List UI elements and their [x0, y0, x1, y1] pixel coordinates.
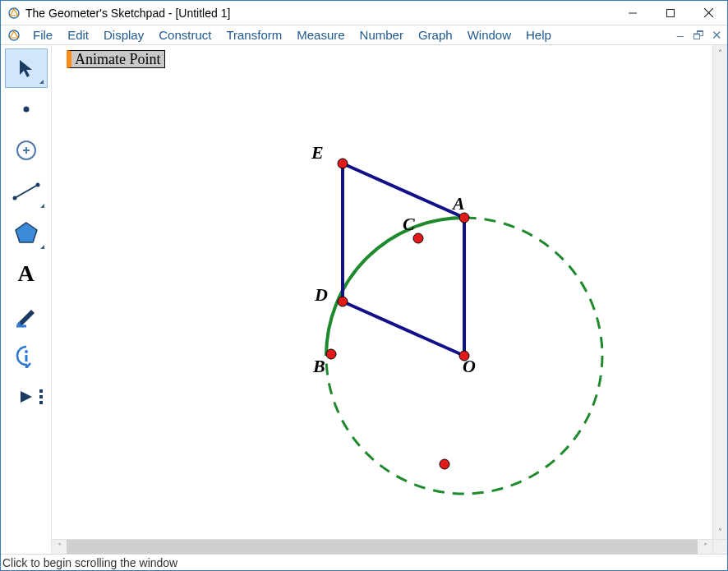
menu-display[interactable]: Display — [96, 26, 151, 44]
statusbar: Click to begin scrolling the window — [1, 554, 727, 570]
canvas-viewport: Animate Point E A C D B O ˄ ˅ ˂ — [52, 45, 727, 554]
svg-point-12 — [35, 183, 39, 187]
window-title: The Geometer's Sketchpad - [Untitled 1] — [25, 7, 614, 20]
svg-point-26 — [338, 297, 348, 306]
custom-tool[interactable] — [5, 377, 48, 417]
text-tool[interactable]: A — [5, 254, 48, 293]
scroll-left-arrow-icon[interactable]: ˂ — [52, 540, 67, 554]
menu-graph[interactable]: Graph — [411, 26, 460, 44]
compass-tool[interactable] — [5, 131, 48, 170]
close-button[interactable] — [689, 1, 727, 25]
svg-point-6 — [23, 107, 29, 113]
label-O[interactable]: O — [463, 356, 476, 377]
scroll-thumb[interactable] — [67, 540, 698, 554]
workspace: A Animate Point E A C — [1, 45, 727, 554]
straightedge-tool[interactable] — [5, 172, 48, 211]
menu-number[interactable]: Number — [352, 26, 411, 44]
scroll-up-arrow-icon[interactable]: ˄ — [713, 45, 727, 60]
label-A[interactable]: A — [453, 193, 465, 214]
titlebar: The Geometer's Sketchpad - [Untitled 1] — [1, 1, 727, 25]
label-C[interactable]: C — [403, 214, 415, 235]
document-area: Animate Point E A C D B O ˄ ˅ ˂ — [52, 45, 727, 554]
menu-edit[interactable]: Edit — [60, 26, 96, 44]
selection-arrow-tool[interactable] — [5, 48, 48, 88]
svg-point-25 — [413, 233, 423, 243]
svg-line-10 — [15, 185, 38, 198]
doc-icon — [7, 29, 21, 42]
menu-window[interactable]: Window — [460, 26, 518, 44]
svg-rect-2 — [667, 9, 675, 16]
svg-point-29 — [440, 459, 449, 469]
marker-tool[interactable] — [5, 295, 48, 334]
app-window: The Geometer's Sketchpad - [Untitled 1] … — [0, 0, 728, 571]
scroll-corner — [712, 539, 727, 554]
mdi-restore-icon[interactable]: 🗗 — [693, 28, 704, 42]
horizontal-scrollbar[interactable]: ˂ ˃ — [52, 539, 712, 554]
menubar: File Edit Display Construct Transform Me… — [1, 25, 727, 45]
svg-rect-16 — [25, 355, 27, 361]
mdi-controls: – 🗗 ✕ — [675, 28, 727, 43]
label-E[interactable]: E — [311, 142, 324, 163]
svg-point-15 — [25, 350, 28, 353]
svg-point-27 — [326, 349, 336, 359]
mdi-close-icon[interactable]: ✕ — [711, 28, 722, 43]
menu-measure[interactable]: Measure — [289, 26, 352, 44]
label-B[interactable]: B — [313, 356, 325, 377]
toolbox: A — [1, 45, 52, 554]
scroll-down-arrow-icon[interactable]: ˅ — [713, 524, 727, 539]
svg-line-20 — [343, 302, 464, 356]
menu-construct[interactable]: Construct — [151, 26, 219, 44]
menu-help[interactable]: Help — [518, 26, 559, 44]
svg-marker-13 — [16, 223, 37, 242]
menu-transform[interactable]: Transform — [219, 26, 289, 44]
geometry-layer — [52, 45, 712, 539]
maximize-button[interactable] — [652, 1, 689, 25]
svg-marker-17 — [21, 391, 32, 403]
sketch-canvas[interactable]: Animate Point E A C D B O — [52, 45, 712, 539]
scroll-right-arrow-icon[interactable]: ˃ — [698, 540, 712, 554]
polygon-tool[interactable] — [5, 213, 48, 252]
vertical-scrollbar[interactable]: ˄ ˅ — [712, 45, 727, 539]
mdi-minimize-icon[interactable]: – — [675, 28, 686, 42]
label-D[interactable]: D — [315, 284, 328, 306]
point-tool[interactable] — [5, 90, 48, 129]
status-text: Click to begin scrolling the window — [2, 556, 177, 569]
menu-file[interactable]: File — [25, 26, 60, 44]
minimize-button[interactable] — [614, 1, 652, 25]
svg-point-28 — [338, 159, 348, 168]
information-tool[interactable] — [5, 336, 48, 375]
app-icon — [7, 7, 21, 20]
svg-line-22 — [343, 163, 464, 218]
svg-point-11 — [12, 196, 16, 200]
